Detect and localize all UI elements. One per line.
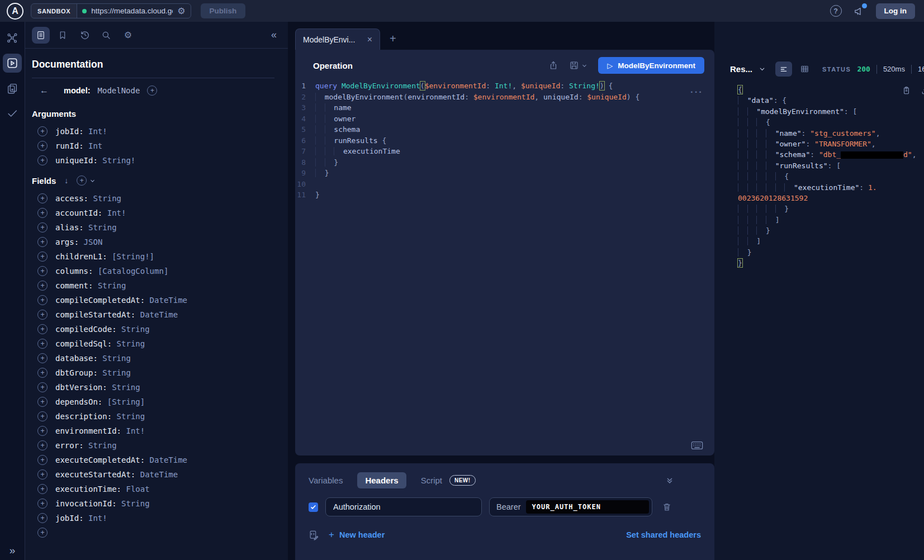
add-argument-icon[interactable] [37, 155, 48, 165]
apollo-logo[interactable]: A [7, 3, 23, 20]
add-field-icon[interactable] [37, 353, 48, 363]
new-tab-icon[interactable] [390, 32, 396, 45]
download-response-icon[interactable] [921, 86, 924, 96]
add-field-icon[interactable] [37, 324, 48, 334]
search-icon[interactable] [97, 27, 115, 44]
keyboard-shortcuts-icon[interactable] [691, 441, 703, 450]
add-field-icon[interactable] [37, 339, 48, 349]
run-operation-button[interactable]: ModelByEnvironment [598, 57, 704, 74]
collapse-docs-icon[interactable] [271, 29, 277, 41]
set-shared-headers-button[interactable]: Set shared headers [626, 530, 701, 539]
field-name[interactable]: executeCompletedAt: [55, 455, 145, 464]
share-icon[interactable] [548, 60, 558, 70]
field-name[interactable]: accountId: [55, 208, 102, 217]
add-field-icon[interactable] [37, 513, 48, 523]
field-name[interactable]: compileCompletedAt: [55, 296, 145, 305]
save-icon[interactable] [569, 60, 587, 70]
add-field-icon[interactable] [37, 310, 48, 320]
collapse-io-panel-icon[interactable] [665, 476, 674, 485]
add-field-icon[interactable] [37, 411, 48, 421]
sort-fields-icon[interactable] [64, 176, 68, 185]
field-name[interactable]: executionTime: [55, 485, 121, 493]
add-field-icon[interactable] [37, 368, 48, 378]
model-type-link[interactable]: ModelNode [98, 86, 140, 95]
copy-response-icon[interactable] [902, 86, 911, 96]
field-name[interactable]: columns: [55, 267, 93, 276]
response-format-json-icon[interactable] [775, 61, 792, 77]
add-field-icon[interactable] [37, 382, 48, 392]
field-name[interactable]: executeStartedAt: [55, 470, 135, 479]
add-field-icon[interactable] [37, 397, 48, 407]
help-icon[interactable]: ? [830, 5, 842, 17]
publish-button[interactable]: Publish [201, 3, 246, 18]
rail-explorer-icon[interactable] [3, 54, 22, 73]
header-value-field[interactable]: Bearer YOUR_AUTH_TOKEN [489, 497, 652, 516]
add-argument-icon[interactable] [37, 141, 48, 151]
field-name[interactable]: invocationId: [55, 499, 117, 508]
auth-token-value[interactable]: YOUR_AUTH_TOKEN [526, 500, 649, 514]
add-field-icon[interactable] [37, 426, 48, 436]
field-name[interactable]: args: [55, 238, 79, 246]
tab-script[interactable]: Script [421, 476, 442, 485]
add-all-fields-icon[interactable] [77, 175, 87, 186]
operation-tab[interactable]: ModelByEnvi... [295, 29, 380, 50]
endpoint-url[interactable]: https://metadata.cloud.get [91, 7, 173, 15]
field-name[interactable]: access: [55, 194, 88, 203]
field-name[interactable]: error: [55, 441, 84, 450]
rail-collections-icon[interactable] [3, 79, 22, 98]
response-format-table-icon[interactable] [800, 64, 809, 74]
field-name[interactable]: compiledCode: [55, 325, 117, 334]
tab-headers[interactable]: Headers [357, 472, 406, 488]
field-name[interactable]: dbtVersion: [55, 383, 107, 392]
delete-header-icon[interactable] [662, 502, 672, 512]
field-name[interactable]: environmentId: [55, 426, 121, 435]
add-field-icon[interactable] [37, 499, 48, 509]
argument-name[interactable]: uniqueId: [55, 156, 98, 165]
field-name[interactable]: comment: [55, 281, 93, 290]
add-field-icon[interactable] [37, 528, 48, 538]
add-type-to-query-icon[interactable] [147, 86, 157, 96]
response-dropdown-chevron-icon[interactable] [759, 65, 766, 73]
header-enabled-checkbox[interactable] [309, 502, 318, 512]
field-name[interactable]: jobId: [55, 514, 84, 523]
field-name[interactable]: childrenL1: [55, 252, 107, 261]
add-field-icon[interactable] [37, 455, 48, 465]
new-header-button[interactable]: New header [329, 529, 385, 540]
environment-variables-icon[interactable] [309, 530, 319, 540]
field-name[interactable]: description: [55, 412, 112, 421]
add-field-icon[interactable] [37, 266, 48, 276]
endpoint-settings-gear-icon[interactable] [177, 6, 185, 16]
bookmark-icon[interactable] [54, 27, 72, 44]
add-argument-icon[interactable] [37, 126, 48, 136]
history-icon[interactable] [75, 27, 93, 44]
add-field-icon[interactable] [37, 281, 48, 291]
argument-name[interactable]: jobId: [55, 127, 84, 136]
editor-more-options-icon[interactable] [690, 87, 703, 98]
add-field-icon[interactable] [37, 251, 48, 262]
add-field-icon[interactable] [37, 469, 48, 480]
field-name[interactable]: database: [55, 354, 98, 363]
response-json[interactable]: { "data": { "modelByEnvironment": [ { "n… [730, 84, 924, 269]
add-field-icon[interactable] [37, 193, 48, 203]
add-field-icon[interactable] [37, 237, 48, 247]
header-name-input[interactable] [325, 497, 482, 516]
tab-variables[interactable]: Variables [309, 476, 343, 485]
field-name[interactable]: compiledSql: [55, 339, 112, 348]
close-tab-icon[interactable] [367, 35, 372, 45]
add-field-icon[interactable] [37, 208, 48, 218]
field-name[interactable]: alias: [55, 223, 84, 232]
back-arrow-icon[interactable] [40, 86, 49, 96]
field-name[interactable]: dependsOn: [55, 397, 102, 406]
expand-rail-icon[interactable] [10, 544, 16, 557]
field-name[interactable]: compileStartedAt: [55, 310, 135, 319]
docs-settings-gear-icon[interactable] [119, 27, 137, 44]
rail-checklist-icon[interactable] [3, 104, 22, 123]
docs-tab-icon[interactable] [32, 27, 50, 44]
rail-schema-graph-icon[interactable] [3, 29, 22, 48]
add-field-icon[interactable] [37, 440, 48, 450]
graphql-editor[interactable]: 1query ModelByEnvironment($environmentId… [295, 80, 714, 201]
argument-name[interactable]: runId: [55, 141, 84, 150]
field-name[interactable]: dbtGroup: [55, 368, 98, 377]
announcements-megaphone-icon[interactable] [853, 6, 865, 17]
add-field-icon[interactable] [37, 295, 48, 305]
